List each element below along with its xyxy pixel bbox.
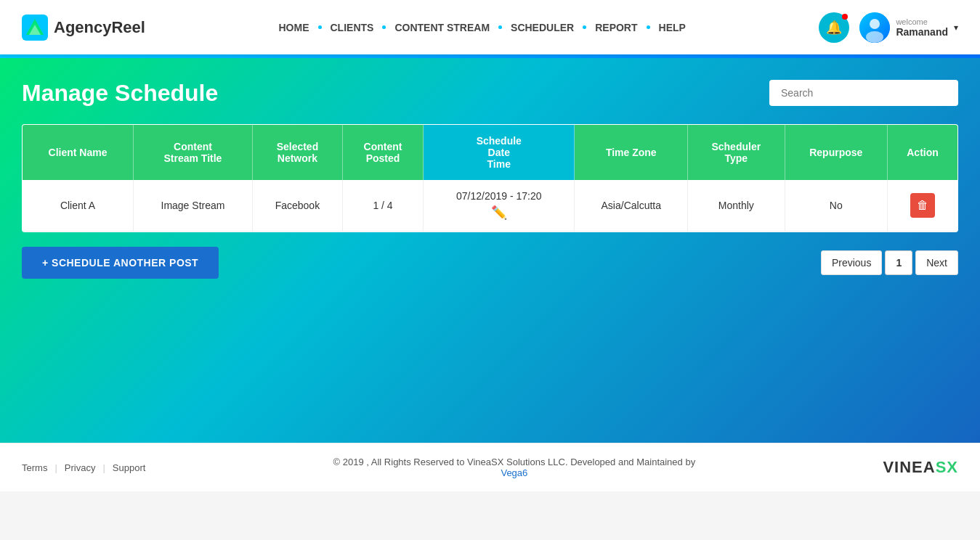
header: AgencyReel HOME CLIENTS CONTENT STREAM S… — [0, 0, 980, 54]
nav-report-label: REPORT — [595, 22, 637, 33]
col-selected-network: SelectedNetwork — [252, 125, 342, 180]
nav-dot-3 — [498, 25, 502, 29]
footer-sep-2: | — [102, 462, 105, 473]
main-nav: HOME CLIENTS CONTENT STREAM SCHEDULER RE… — [275, 19, 690, 36]
page-1-button[interactable]: 1 — [885, 250, 912, 275]
nav-content-stream-label: CONTENT STREAM — [394, 22, 490, 33]
nav-dot-2 — [382, 25, 386, 29]
edit-datetime-icon[interactable]: ✏️ — [431, 205, 567, 221]
user-name: Ramanand — [896, 26, 948, 38]
nav-help[interactable]: HELP — [655, 19, 690, 36]
main-content: Manage Schedule Client Name ContentStrea… — [0, 58, 980, 443]
brand-sx: SX — [936, 458, 958, 476]
schedule-another-post-button[interactable]: + SCHEDULE ANOTHER POST — [22, 247, 219, 279]
col-scheduler-type: SchedulerType — [688, 125, 785, 180]
col-repurpose: Repurpose — [785, 125, 888, 180]
delete-button[interactable]: 🗑 — [910, 193, 935, 218]
cell-selected-network: Facebook — [252, 180, 342, 232]
nav-home[interactable]: HOME — [275, 19, 314, 36]
user-text: welcome Ramanand — [896, 17, 948, 38]
nav-scheduler[interactable]: SCHEDULER — [506, 19, 578, 36]
col-client-name: Client Name — [23, 125, 134, 180]
nav-clients[interactable]: CLIENTS — [326, 19, 378, 36]
avatar — [859, 12, 890, 43]
table-row: Client A Image Stream Facebook 1 / 4 07/… — [23, 180, 957, 232]
logo-text: AgencyReel — [54, 18, 145, 37]
nav-clients-label: CLIENTS — [331, 22, 374, 33]
page-title: Manage Schedule — [22, 80, 218, 107]
notification-badge — [842, 14, 848, 20]
svg-point-5 — [866, 31, 883, 43]
nav-dot-1 — [318, 25, 322, 29]
nav-scheduler-label: SCHEDULER — [511, 22, 574, 33]
footer-terms-link[interactable]: Terms — [22, 462, 47, 473]
col-action: Action — [888, 125, 957, 180]
user-menu[interactable]: welcome Ramanand ▾ — [859, 12, 958, 43]
nav-report[interactable]: REPORT — [591, 19, 641, 36]
footer-sep-1: | — [54, 462, 57, 473]
col-content-posted: ContentPosted — [342, 125, 423, 180]
col-content-stream-title: ContentStream Title — [134, 125, 253, 180]
nav-home-label: HOME — [279, 22, 309, 33]
nav-dot-5 — [647, 25, 650, 29]
footer-privacy-link[interactable]: Privacy — [65, 462, 96, 473]
cell-schedule-date-time: 07/12/2019 - 17:20 ✏️ — [424, 180, 575, 232]
schedule-table: Client Name ContentStream Title Selected… — [22, 124, 958, 232]
next-button[interactable]: Next — [915, 250, 958, 275]
header-right: 🔔 welcome Ramana — [819, 12, 958, 43]
cell-repurpose: No — [785, 180, 888, 232]
cell-client-name: Client A — [23, 180, 134, 232]
previous-button[interactable]: Previous — [821, 250, 882, 275]
cell-content-posted: 1 / 4 — [342, 180, 423, 232]
table-header: Client Name ContentStream Title Selected… — [23, 125, 957, 180]
col-schedule-date-time: ScheduleDateTime — [424, 125, 575, 180]
nav-dot-4 — [583, 25, 586, 29]
notification-button[interactable]: 🔔 — [819, 12, 849, 43]
bottom-actions: + SCHEDULE ANOTHER POST Previous 1 Next — [22, 247, 958, 279]
search-input[interactable] — [769, 80, 958, 106]
footer-copyright: © 2019 , All Rights Reserved to VineaSX … — [333, 457, 696, 478]
nav-content-stream[interactable]: CONTENT STREAM — [390, 19, 494, 36]
welcome-label: welcome — [896, 17, 948, 26]
chevron-down-icon: ▾ — [954, 22, 958, 33]
cell-content-stream-title: Image Stream — [134, 180, 253, 232]
footer-links: Terms | Privacy | Support — [22, 462, 145, 473]
table-body: Client A Image Stream Facebook 1 / 4 07/… — [23, 180, 957, 232]
footer: Terms | Privacy | Support © 2019 , All R… — [0, 443, 980, 491]
cell-scheduler-type: Monthly — [688, 180, 785, 232]
logo[interactable]: AgencyReel — [22, 15, 145, 41]
brand-vinea: VINEA — [883, 458, 935, 476]
vega6-link[interactable]: Vega6 — [501, 467, 527, 478]
footer-support-link[interactable]: Support — [113, 462, 146, 473]
col-time-zone: Time Zone — [575, 125, 688, 180]
svg-point-4 — [870, 19, 880, 29]
page-header: Manage Schedule — [22, 80, 958, 107]
footer-brand: VINEASX — [883, 458, 958, 477]
copyright-text: © 2019 , All Rights Reserved to VineaSX … — [333, 457, 696, 467]
nav-help-label: HELP — [659, 22, 686, 33]
pagination: Previous 1 Next — [821, 250, 958, 275]
cell-time-zone: Asia/Calcutta — [575, 180, 688, 232]
cell-action: 🗑 — [888, 180, 957, 232]
logo-icon — [22, 15, 48, 41]
